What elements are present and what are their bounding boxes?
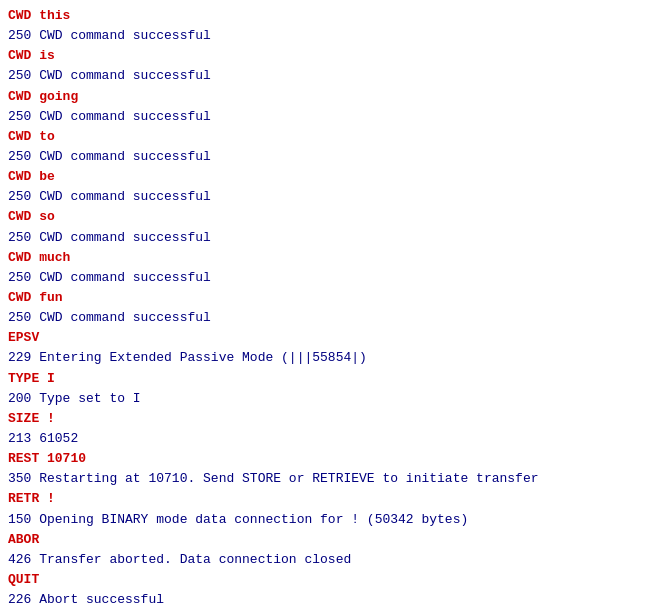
terminal-line: 250 CWD command successful (8, 187, 647, 207)
terminal-line: 250 CWD command successful (8, 26, 647, 46)
terminal-line: 250 CWD command successful (8, 228, 647, 248)
terminal-line: 350 Restarting at 10710. Send STORE or R… (8, 469, 647, 489)
terminal-output: CWD this250 CWD command successfulCWD is… (0, 0, 655, 608)
terminal-line: CWD much (8, 248, 647, 268)
terminal-line: CWD going (8, 87, 647, 107)
terminal-line: CWD so (8, 207, 647, 227)
terminal-line: 200 Type set to I (8, 389, 647, 409)
terminal-line: 250 CWD command successful (8, 107, 647, 127)
terminal-line: EPSV (8, 328, 647, 348)
terminal-line: 150 Opening BINARY mode data connection … (8, 510, 647, 530)
terminal-line: 250 CWD command successful (8, 66, 647, 86)
terminal-line: 250 CWD command successful (8, 268, 647, 288)
terminal-line: CWD fun (8, 288, 647, 308)
terminal-line: CWD be (8, 167, 647, 187)
terminal-line: 426 Transfer aborted. Data connection cl… (8, 550, 647, 570)
terminal-line: 213 61052 (8, 429, 647, 449)
terminal-line: CWD this (8, 6, 647, 26)
terminal-line: SIZE ! (8, 409, 647, 429)
terminal-line: CWD to (8, 127, 647, 147)
terminal-line: 250 CWD command successful (8, 308, 647, 328)
terminal-line: QUIT (8, 570, 647, 590)
terminal-line: TYPE I (8, 369, 647, 389)
terminal-line: CWD is (8, 46, 647, 66)
terminal-line: ABOR (8, 530, 647, 550)
terminal-line: 250 CWD command successful (8, 147, 647, 167)
terminal-line: REST 10710 (8, 449, 647, 469)
terminal-line: 226 Abort successful (8, 590, 647, 608)
terminal-line: 229 Entering Extended Passive Mode (|||5… (8, 348, 647, 368)
terminal-line: RETR ! (8, 489, 647, 509)
